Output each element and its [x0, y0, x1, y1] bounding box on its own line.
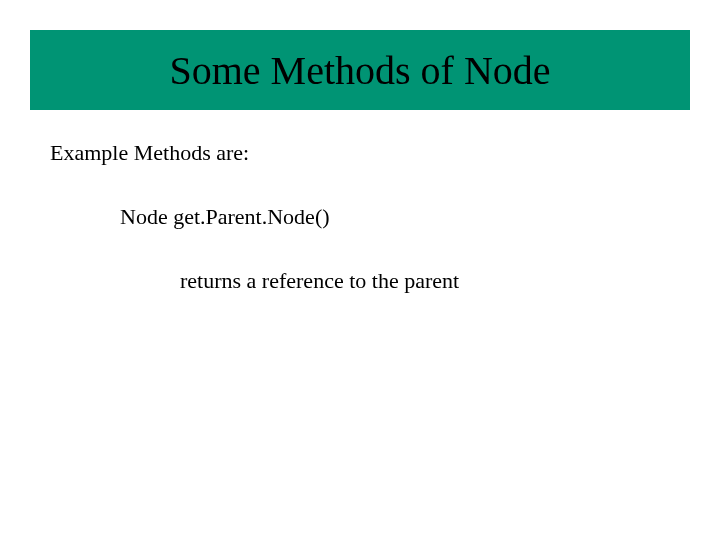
intro-text: Example Methods are: [50, 140, 680, 166]
method-signature: Node get.Parent.Node() [120, 204, 680, 230]
slide-title: Some Methods of Node [169, 47, 550, 94]
content-area: Example Methods are: Node get.Parent.Nod… [50, 140, 680, 294]
method-description: returns a reference to the parent [180, 268, 680, 294]
title-bar: Some Methods of Node [30, 30, 690, 110]
